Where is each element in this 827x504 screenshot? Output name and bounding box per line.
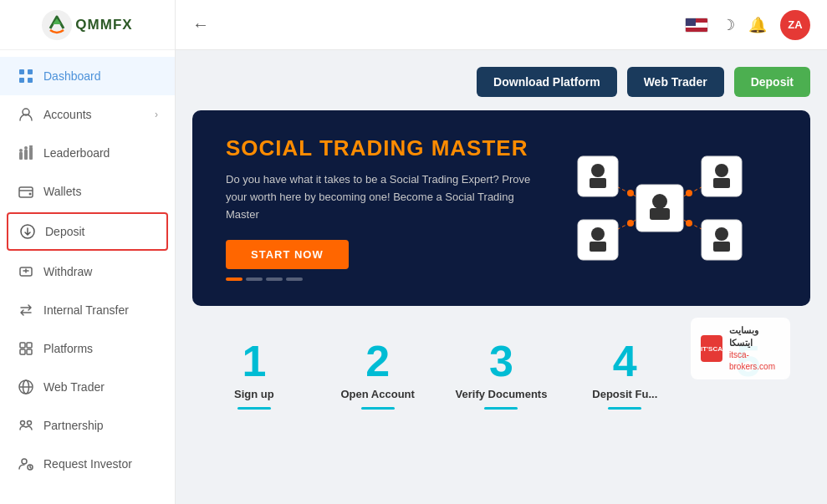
carousel-dot-3[interactable] (266, 277, 283, 281)
dashboard-icon (17, 67, 35, 85)
step-3-underline (484, 407, 518, 410)
step-1-number: 1 (242, 339, 266, 383)
download-platform-button[interactable]: Download Platform (477, 67, 617, 97)
sidebar-item-wallets-label: Wallets (43, 185, 158, 198)
sidebar-item-withdraw[interactable]: Withdraw (0, 252, 175, 291)
step-2-underline (361, 407, 395, 410)
brand-logo-icon (42, 10, 72, 40)
accounts-chevron: › (155, 109, 158, 120)
svg-point-9 (19, 149, 23, 152)
web-trader-button[interactable]: Web Trader (627, 67, 724, 97)
sidebar-item-deposit[interactable]: Deposit (7, 212, 168, 251)
svg-point-33 (686, 220, 692, 227)
svg-rect-6 (19, 152, 23, 160)
step-4-number: 4 (613, 339, 637, 383)
carousel-dot-4[interactable] (286, 277, 303, 281)
user-avatar[interactable]: ZA (780, 10, 810, 40)
svg-rect-12 (19, 187, 33, 197)
sidebar-item-accounts-label: Accounts (43, 108, 155, 121)
svg-rect-8 (29, 147, 33, 160)
sidebar-item-internal-transfer-label: Internal Transfer (43, 303, 158, 317)
brand-name: QMMFX (75, 17, 132, 33)
step-4-underline (608, 407, 641, 410)
step-2-label: Open Account (341, 388, 415, 400)
svg-point-24 (22, 459, 27, 464)
svg-point-32 (627, 220, 634, 227)
sidebar-item-web-trader-label: Web Trader (43, 380, 158, 394)
content-area: Download Platform Web Trader Deposit SOC… (176, 50, 827, 504)
svg-rect-39 (590, 178, 606, 188)
sidebar-item-leaderboard[interactable]: Leaderboard (0, 134, 175, 172)
carousel-dot-1[interactable] (226, 277, 242, 281)
platforms-icon (17, 339, 35, 358)
banner-content: SOCIAL TRADING MASTER Do you have what i… (226, 135, 543, 281)
step-4-label: Deposit Fu... (592, 388, 657, 400)
sidebar-item-wallets[interactable]: Wallets (0, 172, 175, 211)
step-3: 3 Verify Documents (451, 339, 551, 410)
watermark-logo-text: IT'SCA (701, 345, 722, 353)
sidebar-item-partnership-label: Partnership (43, 419, 158, 432)
svg-rect-19 (27, 349, 32, 354)
banner-title: SOCIAL TRADING MASTER (226, 135, 543, 161)
svg-rect-7 (24, 150, 28, 160)
step-3-number: 3 (489, 339, 513, 383)
svg-point-30 (627, 190, 634, 196)
deposit-button[interactable]: Deposit (734, 67, 810, 97)
svg-point-23 (28, 421, 32, 425)
carousel-dots (226, 277, 543, 281)
sidebar-item-accounts[interactable]: Accounts › (0, 95, 175, 134)
web-trader-icon (17, 378, 35, 396)
sidebar-logo: QMMFX (0, 0, 175, 50)
main-content: ← ☽ 🔔 ZA Download Platform Web Trader De… (176, 0, 827, 504)
network-diagram-svg (543, 150, 777, 267)
svg-rect-45 (590, 242, 606, 252)
sidebar-item-dashboard-label: Dashboard (43, 69, 158, 83)
dark-mode-icon[interactable]: ☽ (722, 16, 735, 34)
request-investor-icon (17, 455, 35, 473)
language-flag[interactable] (685, 18, 708, 33)
step-1-underline (237, 407, 271, 410)
partnership-icon (17, 416, 35, 435)
svg-rect-1 (19, 69, 24, 74)
watermark-text-block: وبسایت ایتسکا itsca-brokers.com (729, 324, 780, 374)
sidebar-item-platforms[interactable]: Platforms (0, 329, 175, 368)
step-1-label: Sign up (234, 388, 274, 400)
accounts-icon (17, 105, 35, 124)
svg-point-38 (591, 164, 605, 177)
carousel-dot-2[interactable] (246, 277, 263, 281)
sidebar-item-request-investor-label: Request Investor (43, 457, 158, 471)
sidebar-item-request-investor[interactable]: Request Investor (0, 445, 175, 483)
svg-point-22 (21, 421, 25, 425)
watermark-overlay: IT'SCA وبسایت ایتسکا itsca-brokers.com (691, 318, 790, 380)
back-button[interactable]: ← (192, 15, 209, 34)
topbar-actions: ☽ 🔔 ZA (685, 10, 810, 40)
internal-transfer-icon (17, 301, 35, 319)
svg-rect-2 (28, 69, 33, 74)
svg-rect-4 (28, 78, 33, 83)
watermark-logo: IT'SCA (701, 335, 722, 362)
deposit-icon (18, 222, 37, 241)
notifications-icon[interactable]: 🔔 (748, 16, 767, 34)
sidebar-item-dashboard[interactable]: Dashboard (0, 57, 175, 95)
step-2-number: 2 (365, 339, 390, 383)
svg-point-13 (29, 193, 32, 196)
svg-rect-3 (19, 78, 24, 83)
step-3-label: Verify Documents (456, 388, 548, 400)
start-now-button[interactable]: START NOW (226, 240, 349, 269)
watermark-line1: وبسایت ایتسکا (729, 324, 780, 350)
step-2: 2 Open Account (328, 339, 428, 410)
sidebar-item-platforms-label: Platforms (43, 342, 158, 355)
svg-point-31 (686, 190, 692, 196)
wallets-icon (17, 182, 35, 201)
svg-rect-18 (20, 349, 25, 354)
sidebar-item-web-trader[interactable]: Web Trader (0, 368, 175, 406)
sidebar-item-internal-transfer[interactable]: Internal Transfer (0, 291, 175, 329)
withdraw-icon (17, 262, 35, 281)
sidebar-nav: Dashboard Accounts › Leaderboard Wallets (0, 50, 175, 504)
sidebar-item-partnership[interactable]: Partnership (0, 406, 175, 445)
step-5: 5 IT'SCA وبسایت ایتسکا itsca-brokers.com (698, 339, 799, 388)
promo-banner: SOCIAL TRADING MASTER Do you have what i… (192, 110, 810, 306)
svg-point-41 (715, 164, 728, 177)
svg-rect-42 (713, 178, 730, 188)
svg-point-0 (42, 10, 72, 40)
